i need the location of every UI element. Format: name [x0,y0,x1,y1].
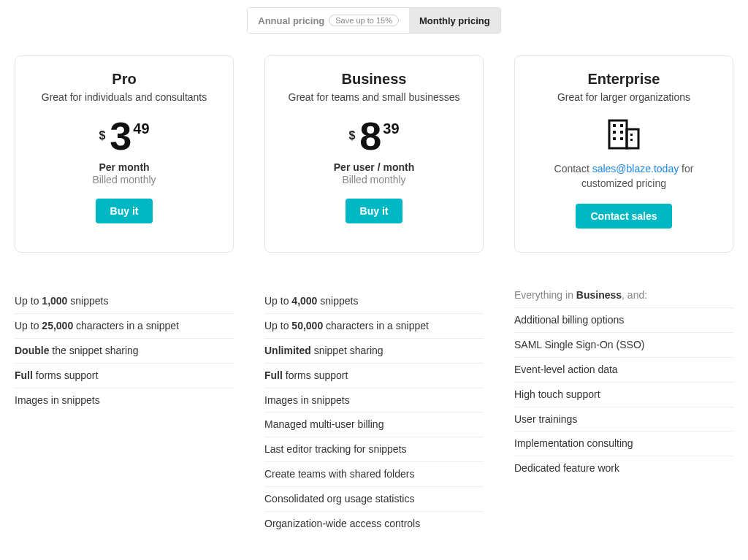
feature-item: Double the snippet sharing [15,339,234,364]
plan-enterprise-card: Enterprise Great for larger organization… [514,55,733,253]
plan-business-price: $ 8 39 [278,116,470,156]
per-label: Per month [28,161,220,173]
plan-enterprise-title: Enterprise [528,71,720,88]
annual-pricing-toggle[interactable]: Annual pricing Save up to 15% [248,8,409,33]
feature-item: Full forms support [15,364,234,388]
per-label: Per user / month [278,161,470,173]
feature-item: Event-level action data [514,358,733,383]
feature-item: Up to 50,000 characters in a snippet [264,314,484,339]
feature-item: SAML Single Sign-On (SSO) [514,333,733,358]
annual-label: Annual pricing [258,15,324,26]
feature-item: Create teams with shared folders [264,462,484,487]
monthly-label: Monthly pricing [419,15,490,26]
plan-pro-title: Pro [28,71,220,88]
currency-symbol: $ [99,129,105,142]
feature-item: Additional billing options [514,308,733,333]
feature-item: Managed multi-user billing [264,413,484,437]
pricing-plans: Pro Great for individuals and consultant… [15,55,733,536]
plan-business-column: Business Great for teams and small busin… [264,55,484,536]
feature-item: Images in snippets [15,388,234,413]
feature-item: Last editor tracking for snippets [264,437,484,462]
feature-item: Full forms support [264,364,484,388]
enterprise-intro: Everything in Business, and: [514,289,733,308]
intro-bold: Business [576,289,622,301]
contact-email-link[interactable]: sales@blaze.today [592,163,679,174]
feature-item: High touch support [514,383,733,407]
contact-pre: Contact [554,163,592,174]
feature-item: Up to 1,000 snippets [15,289,234,314]
svg-rect-8 [630,134,633,136]
svg-rect-2 [613,124,616,127]
price-cents: 49 [133,120,149,137]
plan-business-subtitle: Great for teams and small businesses [278,91,470,104]
buy-pro-button[interactable]: Buy it [96,199,153,223]
save-badge: Save up to 15% [329,15,399,26]
price-whole: 8 [359,116,381,156]
building-icon [606,116,641,151]
billed-label: Billed monthly [278,174,470,185]
plan-enterprise-features: Everything in Business, and: Additional … [514,289,733,480]
plan-pro-column: Pro Great for individuals and consultant… [15,55,234,536]
billed-label: Billed monthly [28,174,220,185]
buy-business-button[interactable]: Buy it [346,199,403,223]
feature-item: Up to 25,000 characters in a snippet [15,314,234,339]
svg-rect-7 [620,137,623,140]
billing-toggle: Annual pricing Save up to 15% Monthly pr… [15,7,733,34]
svg-rect-6 [613,137,616,140]
currency-symbol: $ [348,129,355,142]
contact-sales-button[interactable]: Contact sales [576,204,671,229]
price-cents: 39 [383,120,399,137]
intro-post: , and: [622,289,647,301]
svg-rect-5 [620,131,623,134]
intro-pre: Everything in [514,289,576,301]
feature-item: Consolidated org usage statistics [264,487,484,512]
contact-line: Contact sales@blaze.today for customized… [528,161,720,191]
svg-rect-0 [609,120,627,148]
svg-rect-4 [613,131,616,134]
feature-item: Unlimited snippet sharing [264,339,484,364]
plan-pro-subtitle: Great for individuals and consultants [28,91,220,104]
plan-pro-price: $ 3 49 [28,116,220,156]
monthly-pricing-toggle[interactable]: Monthly pricing [409,8,500,33]
plan-enterprise-column: Enterprise Great for larger organization… [514,55,733,536]
plan-business-title: Business [278,71,470,88]
plan-pro-card: Pro Great for individuals and consultant… [15,55,234,253]
feature-item: Images in snippets [264,388,484,413]
plan-enterprise-subtitle: Great for larger organizations [528,91,720,104]
price-whole: 3 [110,116,131,156]
plan-business-features: Up to 4,000 snippetsUp to 50,000 charact… [264,289,484,536]
feature-item: Dedicated feature work [514,456,733,480]
feature-item: Up to 4,000 snippets [264,289,484,314]
plan-pro-features: Up to 1,000 snippetsUp to 25,000 charact… [15,289,234,412]
svg-rect-3 [620,124,623,127]
feature-item: User trainings [514,407,733,432]
feature-item: Implementation consulting [514,431,733,456]
feature-item: Organization-wide access controls [264,512,484,536]
svg-rect-9 [630,139,633,141]
plan-business-card: Business Great for teams and small busin… [264,55,484,253]
